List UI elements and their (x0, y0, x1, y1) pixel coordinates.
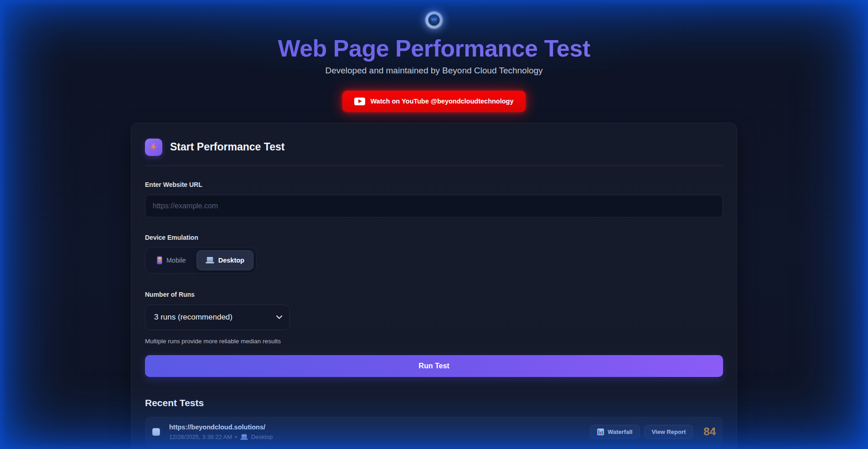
watch-on-youtube-button[interactable]: Watch on YouTube @beyondcloudtechnology (342, 91, 525, 112)
youtube-button-label: Watch on YouTube @beyondcloudtechnology (370, 98, 513, 105)
test-actions: Waterfall View Report 84 (590, 425, 716, 439)
test-timestamp: 12/28/2025, 3:38:22 AM (169, 434, 232, 440)
test-device: Desktop (251, 434, 273, 440)
recent-tests-heading: Recent Tests (145, 397, 723, 408)
runs-help-text: Multiple runs provide more reliable medi… (145, 338, 723, 345)
meta-separator: • (235, 434, 237, 440)
number-of-runs-label: Number of Runs (145, 291, 723, 298)
smartphone-icon (157, 256, 162, 264)
page-header: Web Page Performance Test Developed and … (0, 0, 868, 76)
desktop-toggle-label: Desktop (218, 257, 244, 264)
test-checkbox[interactable] (152, 428, 160, 436)
test-row: https://beyondcloud.solutions/ 12/28/202… (145, 417, 723, 447)
device-toggle-mobile[interactable]: Mobile (148, 250, 195, 270)
site-logo-icon (425, 11, 443, 29)
card-title: Start Performance Test (170, 141, 284, 153)
waterfall-button[interactable]: Waterfall (590, 425, 640, 439)
device-toggle-group: Mobile Desktop (145, 247, 257, 274)
view-report-button-label: View Report (651, 428, 686, 435)
test-url: https://beyondcloud.solutions/ (169, 423, 590, 431)
page-title: Web Page Performance Test (0, 35, 868, 62)
website-url-input[interactable] (145, 195, 723, 217)
test-meta: 12/28/2025, 3:38:22 AM • Desktop (169, 434, 590, 440)
run-test-button[interactable]: Run Test (145, 355, 723, 377)
number-of-runs-select[interactable]: 3 runs (recommended) (145, 304, 290, 330)
bar-chart-icon (597, 428, 604, 435)
test-info: https://beyondcloud.solutions/ 12/28/202… (169, 423, 590, 440)
device-emulation-label: Device Emulation (145, 234, 723, 241)
laptop-icon (240, 434, 248, 440)
device-toggle-desktop[interactable]: Desktop (196, 250, 253, 270)
header-divider (145, 165, 723, 166)
lightning-icon (145, 139, 162, 156)
performance-score: 84 (703, 425, 716, 438)
card-header: Start Performance Test (145, 139, 723, 156)
youtube-icon (354, 98, 365, 105)
mobile-toggle-label: Mobile (166, 257, 186, 264)
url-field-label: Enter Website URL (145, 181, 723, 188)
performance-test-card: Start Performance Test Enter Website URL… (131, 123, 737, 449)
view-report-button[interactable]: View Report (644, 425, 693, 439)
waterfall-button-label: Waterfall (608, 428, 632, 435)
laptop-icon (206, 257, 214, 263)
page-subtitle: Developed and maintained by Beyond Cloud… (0, 66, 868, 76)
